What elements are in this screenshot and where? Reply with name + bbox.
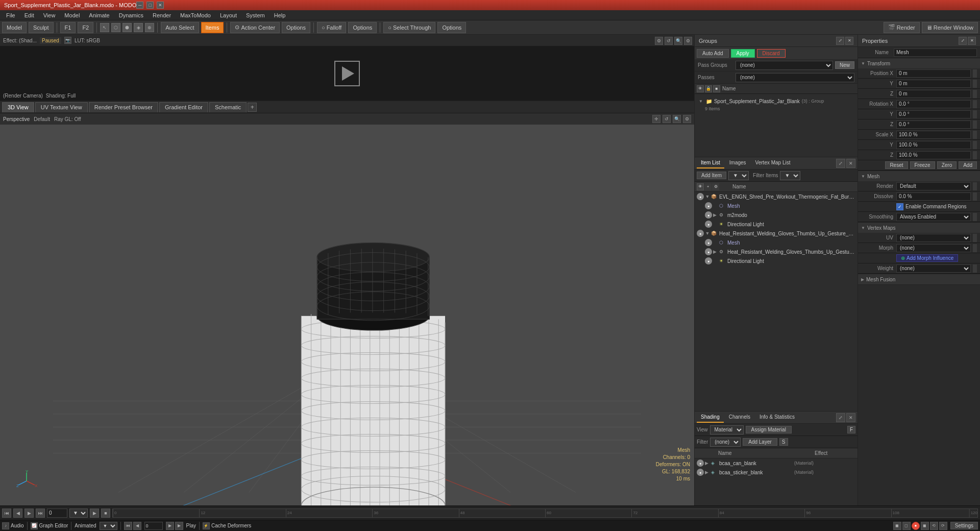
falloff-button[interactable]: ○ Falloff: [317, 22, 346, 33]
prop-transform-header[interactable]: ▼ Transform: [858, 58, 980, 68]
smoothing-slider[interactable]: [973, 213, 977, 221]
tab-gradient-editor[interactable]: Gradient Editor: [159, 102, 208, 112]
add-layer-button[interactable]: Add Layer: [743, 438, 777, 446]
tl-stop-button[interactable]: ■: [101, 509, 110, 518]
rot-y-value[interactable]: 0.0 °: [896, 110, 971, 118]
enable-cmd-checkbox[interactable]: ✓: [896, 203, 903, 210]
auto-add-button[interactable]: Auto Add: [697, 49, 729, 58]
preview-ctrl-4[interactable]: ⚙: [684, 37, 692, 45]
transport-prev-key[interactable]: ⏮: [124, 522, 132, 530]
il-item-mesh-1[interactable]: ● ⬡ Mesh: [695, 201, 857, 210]
transform-reset-button[interactable]: Reset: [885, 161, 908, 169]
groups-close-icon[interactable]: ✕: [845, 37, 853, 45]
il-item-heat-root[interactable]: ● ▼ 📦 Heat_Resistant_Welding_Gloves_Thum…: [695, 229, 857, 238]
tab-uv-texture-view[interactable]: UV Texture View: [35, 102, 88, 112]
transport-play[interactable]: ▶: [175, 522, 183, 530]
menu-file[interactable]: File: [2, 11, 19, 19]
menu-maxtomode[interactable]: MaxToModo: [176, 11, 215, 19]
bottom-ctrl-1[interactable]: ◼: [893, 522, 901, 530]
render-window-button[interactable]: 🖥 Render Window: [922, 22, 978, 33]
tl-scrubber[interactable]: 0 12 24 36 48 60 72 84 96 108 120: [112, 509, 978, 518]
pos-x-value[interactable]: 0 m: [896, 69, 971, 78]
add-morph-influence-button[interactable]: ⊕ Add Morph Influence: [896, 254, 958, 262]
menu-help[interactable]: Help: [270, 11, 290, 19]
il-item-mesh-2[interactable]: ● ⬡ Mesh: [695, 238, 857, 247]
tl-frame-input[interactable]: [47, 509, 67, 518]
options3-button[interactable]: Options: [437, 22, 466, 33]
settings-button[interactable]: Settings: [950, 522, 978, 529]
tl-to-end-button[interactable]: ⏭: [36, 509, 45, 518]
record-button[interactable]: ●: [912, 522, 920, 530]
shading-close-icon[interactable]: ✕: [846, 413, 855, 422]
menu-view[interactable]: View: [39, 11, 60, 19]
tl-prev-button[interactable]: ◀: [13, 509, 22, 518]
tool-icon-1[interactable]: ↖: [100, 23, 109, 32]
scale-z-value[interactable]: 100.0 %: [896, 151, 971, 159]
il-item-dir-light-2[interactable]: ● ☀ Directional Light: [695, 256, 857, 266]
add-item-select[interactable]: ▼: [728, 171, 749, 180]
weight-select[interactable]: (none): [896, 264, 971, 273]
il-item-heat-item[interactable]: ● ▶ ⚙ Heat_Resistant_Welding_Gloves_Thum…: [695, 247, 857, 256]
mode-model-button[interactable]: Model: [2, 22, 27, 33]
prop-expand-icon[interactable]: ⤢: [959, 37, 967, 45]
bottom-ctrl-3[interactable]: ◼: [921, 522, 929, 530]
frame-number-input[interactable]: [144, 522, 163, 530]
preview-ctrl-3[interactable]: 🔍: [674, 37, 682, 45]
rot-z-slider[interactable]: [973, 120, 977, 129]
pass-groups-select[interactable]: (none): [736, 61, 833, 70]
tab-vertex-map-list[interactable]: Vertex Map List: [751, 158, 795, 168]
filter-select[interactable]: (none): [710, 438, 741, 447]
smoothing-select[interactable]: Always Enabled: [896, 213, 971, 221]
filter-items-select[interactable]: ▼: [780, 171, 800, 180]
morph-select[interactable]: (none): [896, 244, 971, 252]
transform-zero-button[interactable]: Zero: [937, 161, 957, 169]
uv-select[interactable]: (none): [896, 234, 971, 242]
tool-icon-2[interactable]: ⬡: [111, 23, 120, 32]
transport-prev-frame[interactable]: ◀: [133, 522, 141, 530]
pos-y-value[interactable]: 0 m: [896, 80, 971, 88]
bottom-ctrl-4[interactable]: ⟲: [930, 522, 938, 530]
f1-button[interactable]: F1: [60, 22, 76, 33]
il-col-new-icon[interactable]: +: [704, 183, 712, 190]
rot-x-value[interactable]: 0.0 °: [896, 100, 971, 108]
rot-y-slider[interactable]: [973, 110, 977, 118]
tab-item-list[interactable]: Item List: [697, 158, 724, 168]
item-list-close-icon[interactable]: ✕: [846, 159, 855, 168]
rot-z-value[interactable]: 0.0 °: [896, 120, 971, 129]
add-item-button[interactable]: Add Item: [697, 172, 726, 179]
pos-x-slider[interactable]: [973, 69, 977, 78]
items-button[interactable]: Items: [201, 22, 224, 33]
render-button[interactable]: 🎬 Render: [884, 22, 920, 33]
tab-info-statistics[interactable]: Info & Statistics: [755, 413, 799, 423]
uv-slider[interactable]: [973, 234, 977, 242]
tab-schematic[interactable]: Schematic: [209, 102, 247, 112]
scale-y-slider[interactable]: [973, 141, 977, 149]
passes-select[interactable]: (none): [736, 73, 854, 82]
graph-editor-section[interactable]: 📈 Graph Editor: [31, 522, 68, 529]
il-item-m2modo[interactable]: ● ▶ ⚙ m2modo: [695, 210, 857, 220]
select-through-button[interactable]: ○ Select Through: [383, 22, 435, 33]
groups-col-icon-2[interactable]: 🔒: [705, 85, 712, 92]
f2-button[interactable]: F2: [78, 22, 93, 33]
menu-layout[interactable]: Layout: [216, 11, 241, 19]
options2-button[interactable]: Options: [348, 22, 377, 33]
item-list-expand-icon[interactable]: ⤢: [836, 159, 845, 168]
pos-z-slider[interactable]: [973, 90, 977, 98]
assign-material-button[interactable]: Assign Material: [746, 426, 792, 433]
pos-y-slider[interactable]: [973, 80, 977, 88]
tab-3d-view[interactable]: 3D View: [2, 102, 34, 112]
minimize-button[interactable]: ─: [136, 2, 143, 9]
tab-channels[interactable]: Channels: [725, 413, 754, 423]
options1-button[interactable]: Options: [282, 22, 310, 33]
preview-ctrl-2[interactable]: ↺: [665, 37, 673, 45]
dissolve-value[interactable]: 0.0 %: [896, 192, 971, 201]
bottom-ctrl-2[interactable]: ◻: [902, 522, 911, 530]
add-tab-button[interactable]: +: [248, 103, 257, 112]
tool-icon-4[interactable]: ◈: [134, 23, 143, 32]
prop-name-input[interactable]: [894, 49, 977, 57]
prop-vertex-maps-header[interactable]: ▼ Vertex Maps: [858, 223, 980, 233]
tl-mode-select[interactable]: ▼: [69, 509, 88, 518]
menu-system[interactable]: System: [242, 11, 269, 19]
close-button[interactable]: ✕: [157, 2, 164, 9]
maximize-button[interactable]: □: [146, 2, 154, 9]
